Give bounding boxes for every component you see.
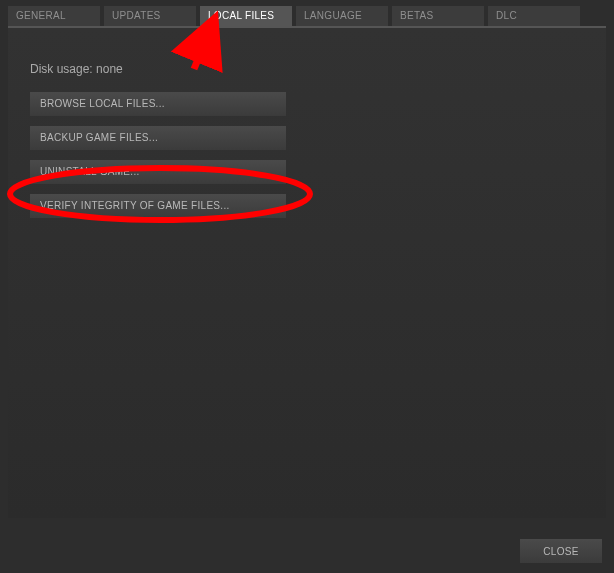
dialog-footer: CLOSE bbox=[520, 539, 602, 563]
uninstall-game-button[interactable]: UNINSTALL GAME... bbox=[30, 160, 286, 184]
tab-dlc[interactable]: DLC bbox=[488, 6, 580, 26]
tab-betas[interactable]: BETAS bbox=[392, 6, 484, 26]
tab-bar: GENERAL UPDATES LOCAL FILES LANGUAGE BET… bbox=[0, 0, 614, 26]
close-button[interactable]: CLOSE bbox=[520, 539, 602, 563]
disk-usage-label: Disk usage: none bbox=[30, 62, 584, 76]
browse-local-files-button[interactable]: BROWSE LOCAL FILES... bbox=[30, 92, 286, 116]
panel-local-files: Disk usage: none BROWSE LOCAL FILES... B… bbox=[8, 26, 606, 518]
backup-game-files-button[interactable]: BACKUP GAME FILES... bbox=[30, 126, 286, 150]
tab-language[interactable]: LANGUAGE bbox=[296, 6, 388, 26]
tab-general[interactable]: GENERAL bbox=[8, 6, 100, 26]
tab-local-files[interactable]: LOCAL FILES bbox=[200, 6, 292, 26]
panel-button-list: BROWSE LOCAL FILES... BACKUP GAME FILES.… bbox=[30, 92, 286, 218]
tab-updates[interactable]: UPDATES bbox=[104, 6, 196, 26]
verify-integrity-button[interactable]: VERIFY INTEGRITY OF GAME FILES... bbox=[30, 194, 286, 218]
